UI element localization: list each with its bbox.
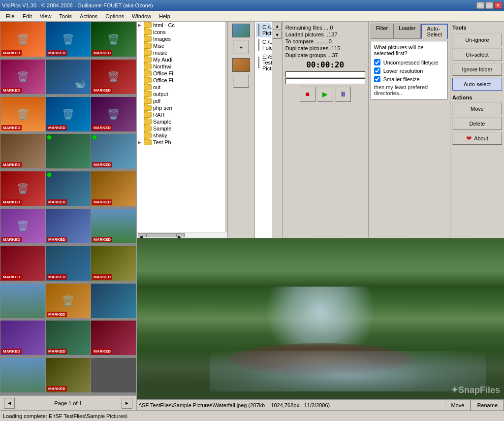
menu-window[interactable]: Window: [128, 12, 155, 20]
path-vscroll: ▲ ▼: [273, 22, 283, 238]
list-item[interactable]: MARKED: [91, 209, 136, 243]
play-button[interactable]: ▶: [317, 86, 333, 102]
menu-file[interactable]: File: [2, 12, 19, 20]
move-status-button[interactable]: Move: [445, 400, 471, 411]
menu-view[interactable]: View: [36, 12, 56, 20]
folder-item[interactable]: music: [137, 49, 225, 56]
list-item[interactable]: [0, 284, 45, 318]
check-uncompressed[interactable]: [374, 59, 380, 65]
path-scroll-up[interactable]: ▲: [273, 22, 282, 30]
menu-tools[interactable]: Tools: [55, 12, 76, 20]
list-item[interactable]: MARKED: [0, 246, 45, 281]
list-item[interactable]: MARKED🗑️: [0, 60, 45, 94]
delete-button[interactable]: Delete: [452, 117, 502, 130]
about-button[interactable]: ❤ About: [452, 132, 502, 145]
path-scroll-down[interactable]: ▼: [273, 31, 282, 39]
list-item[interactable]: MARKED🗑️: [0, 22, 45, 57]
hscroll-right[interactable]: ►: [176, 233, 185, 237]
progress-bar-2: [285, 78, 365, 84]
path-list: C:\Users\snapfiles\Desktop\Sample Pictur…: [255, 22, 273, 238]
folder-item[interactable]: Northwi: [137, 63, 225, 70]
list-item[interactable]: MARKED: [46, 246, 91, 281]
list-item[interactable]: MARKED: [91, 321, 136, 355]
path-item[interactable]: C:\Users\snapfiles\Desktop\Sample Pictur…: [256, 23, 271, 37]
folder-item[interactable]: output: [137, 91, 225, 97]
folder-item[interactable]: Office Fi: [137, 77, 225, 84]
folder-item[interactable]: Images: [137, 35, 225, 42]
list-item[interactable]: MARKED🗑️: [46, 22, 91, 57]
close-button[interactable]: ✕: [494, 2, 502, 9]
folder-item[interactable]: php scri: [137, 104, 225, 111]
list-item[interactable]: MARKED: [46, 171, 91, 206]
folder-item[interactable]: My Audi: [137, 56, 225, 63]
auto-select-button[interactable]: Auto-select: [452, 78, 502, 91]
scroll-right-button[interactable]: ►: [122, 398, 132, 409]
check-lower-res[interactable]: [374, 67, 380, 74]
path-item[interactable]: C:\Users\snapfiles\Desktop\Sample Folder…: [256, 37, 271, 52]
folder-item[interactable]: RAR: [137, 111, 225, 118]
list-item[interactable]: MARKED🗑️: [46, 284, 91, 318]
list-item[interactable]: MARKED🗑️: [0, 171, 45, 206]
list-item[interactable]: MARKED🗑️: [0, 209, 45, 243]
folder-item[interactable]: Misc: [137, 42, 225, 49]
list-item[interactable]: 🐋: [46, 60, 91, 94]
hscroll-left[interactable]: ◄: [138, 233, 147, 237]
tab-filter[interactable]: Filter: [371, 24, 393, 39]
top-section: ▶html - Cc icons Images Misc music My Au…: [137, 22, 504, 238]
maximize-button[interactable]: □: [485, 2, 493, 9]
menu-actions[interactable]: Actions: [76, 12, 101, 20]
list-item[interactable]: MARKED🗑️: [91, 22, 136, 57]
list-item[interactable]: MARKED: [91, 171, 136, 206]
rename-status-button[interactable]: Rename: [471, 400, 504, 411]
list-item[interactable]: [46, 134, 91, 168]
folder-tree[interactable]: ▶html - Cc icons Images Misc music My Au…: [137, 22, 225, 232]
folder-item[interactable]: ▶html - Cc: [137, 22, 225, 29]
menu-help[interactable]: Help: [155, 12, 174, 20]
filter-panel: Filter Loader Auto-Select What pictures …: [369, 22, 450, 238]
list-item[interactable]: MARKED: [91, 134, 136, 168]
folder-item[interactable]: shaky: [137, 132, 225, 139]
menu-edit[interactable]: Edit: [19, 12, 36, 20]
preview-section: ✦SnapFiles: [137, 238, 504, 399]
list-item[interactable]: MARKED: [46, 358, 91, 392]
list-item[interactable]: [91, 284, 136, 318]
tab-autoselect[interactable]: Auto-Select: [421, 24, 448, 39]
stop-button[interactable]: ■: [300, 86, 315, 102]
check-smaller-size[interactable]: [374, 76, 380, 82]
list-item[interactable]: MARKED: [0, 321, 45, 355]
add-path-button[interactable]: +: [233, 40, 249, 54]
pause-button[interactable]: ⏸: [335, 86, 351, 102]
remove-path-button[interactable]: −: [233, 74, 249, 88]
list-item[interactable]: [91, 358, 136, 392]
list-item[interactable]: MARKED🗑️: [91, 60, 136, 94]
folder-tree-hscroll[interactable]: ◄ ►: [137, 232, 227, 238]
menu-options[interactable]: Options: [101, 12, 128, 20]
folder-item[interactable]: icons: [137, 29, 225, 35]
list-item[interactable]: MARKED🗑️: [91, 97, 136, 131]
list-item[interactable]: MARKED🗑️: [46, 97, 91, 131]
heart-icon: ❤: [466, 134, 472, 142]
list-item[interactable]: MARKED: [46, 209, 91, 243]
folder-item[interactable]: pdf: [137, 97, 225, 104]
list-item[interactable]: MARKED: [46, 321, 91, 355]
list-item[interactable]: MARKED: [91, 246, 136, 281]
list-item[interactable]: MARKED🗑️: [0, 97, 45, 131]
move-button[interactable]: Move: [452, 102, 502, 115]
snapfiles-watermark: ✦SnapFiles: [451, 385, 500, 395]
folder-item[interactable]: out: [137, 84, 225, 91]
right-panel: ▶html - Cc icons Images Misc music My Au…: [137, 22, 504, 410]
folder-item[interactable]: ▶Test Ph: [137, 139, 225, 146]
list-item[interactable]: [0, 358, 45, 392]
unselect-button[interactable]: Un-select: [452, 48, 502, 61]
folder-item[interactable]: Sample: [137, 118, 225, 125]
unignore-button[interactable]: Un-ignore: [452, 33, 502, 46]
folder-item[interactable]: Sample: [137, 125, 225, 132]
list-item[interactable]: MARKED: [0, 134, 45, 168]
path-item[interactable]: E:\SF TestFiles\Sample Pictures\: [256, 52, 271, 73]
tab-loader[interactable]: Loader: [393, 24, 421, 39]
ignore-folder-button[interactable]: Ignore folder: [452, 63, 502, 76]
hscroll-thumb[interactable]: [147, 233, 176, 237]
folder-item[interactable]: Office Fi: [137, 70, 225, 77]
scroll-left-button[interactable]: ◄: [4, 398, 15, 409]
minimize-button[interactable]: ─: [476, 2, 484, 9]
